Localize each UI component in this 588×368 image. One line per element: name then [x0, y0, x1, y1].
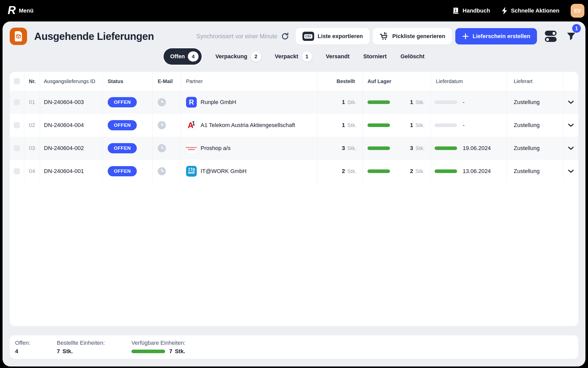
delivery-date: - [463, 99, 464, 106]
summary-available-label: Verfügbare Einheiten: [131, 340, 186, 346]
row-checkbox[interactable] [14, 168, 20, 174]
stock-progress-bar [368, 146, 390, 150]
menu-label: Menü [19, 7, 33, 14]
topbar: R Menü Handbuch Schnelle Aktionen EV [0, 0, 588, 21]
table-row[interactable]: 03 DN-240604-002 OFFEN PROSHOP Proshop a… [10, 137, 578, 160]
stock-qty: 1 [410, 122, 413, 129]
delivery-type: Zustellung [507, 160, 564, 183]
col-header-ordered: Bestellt [317, 72, 363, 91]
status-badge: OFFEN [108, 120, 137, 130]
date-progress-bar [435, 100, 457, 104]
deliveries-table: Nr. Ausgangslieferungs ID Status E-Mail … [10, 72, 578, 326]
tab-verpackung[interactable]: Verpackung 2 [215, 51, 261, 62]
tab-storniert[interactable]: Storniert [363, 53, 387, 60]
unit-label: Stk. [415, 99, 425, 105]
summary-ordered-units: Bestellte Einheiten: 7Stk. [57, 340, 105, 355]
col-header-nr: Nr. [24, 72, 40, 91]
partner-name: A1 Telekom Austria Aktiengesellschaft [201, 122, 295, 129]
outgoing-delivery-icon [10, 28, 27, 45]
row-number: 02 [24, 114, 40, 137]
tab-verpackt[interactable]: Verpackt 1 [275, 51, 312, 62]
col-header-id: Ausgangslieferungs ID [40, 72, 102, 91]
unit-label: Stk. [347, 99, 357, 105]
table-header-row: Nr. Ausgangslieferungs ID Status E-Mail … [10, 72, 578, 91]
chevron-down-icon[interactable] [568, 169, 574, 173]
sliders-icon [545, 30, 557, 42]
summary-footer: Offen: 4 Bestellte Einheiten: 7Stk. Verf… [10, 335, 578, 359]
filter-button[interactable]: 1 [565, 28, 578, 44]
unit-label: Stk. [175, 348, 185, 355]
ordered-qty: 3 [342, 145, 345, 152]
generate-picklist-button[interactable]: Pickliste generieren [373, 28, 452, 44]
delivery-id: DN-240604-001 [40, 160, 102, 183]
status-badge: OFFEN [108, 166, 137, 176]
table-row[interactable]: 02 DN-240604-004 OFFEN A1 A1 Telekom Aus… [10, 114, 578, 137]
quick-actions-button[interactable]: Schnelle Aktionen [501, 7, 559, 15]
select-all-checkbox[interactable] [14, 78, 20, 84]
tab-label: Storniert [363, 53, 387, 60]
tab-versandt[interactable]: Versandt [326, 53, 350, 60]
tab-geloescht[interactable]: Gelöscht [400, 53, 424, 60]
stock-progress-bar [368, 169, 390, 173]
table-row[interactable]: 04 DN-240604-001 OFFEN IT@WORK IT@WORK G… [10, 160, 578, 183]
summary-available-value: 7 [169, 348, 172, 355]
tab-offen[interactable]: Offen 4 [164, 48, 202, 65]
delivery-type: Zustellung [507, 91, 564, 114]
refresh-icon[interactable] [281, 32, 289, 40]
tab-label: Verpackt [275, 53, 298, 60]
email-pending-clock-icon [158, 98, 166, 106]
col-header-stock: Auf Lager [363, 72, 431, 91]
row-number: 04 [24, 160, 40, 183]
summary-open-label: Offen: [15, 340, 30, 346]
stock-qty: 2 [410, 168, 413, 175]
quick-actions-label: Schnelle Aktionen [511, 7, 559, 14]
status-tabs: Offen 4 Verpackung 2 Verpackt 1 Versandt… [3, 48, 585, 65]
export-list-button[interactable]: CSV Liste exportieren [296, 28, 370, 44]
user-avatar[interactable]: EV [571, 4, 584, 18]
email-pending-clock-icon [158, 121, 166, 129]
summary-ordered-value: 7 [57, 348, 60, 355]
runple-logo-icon: R [8, 5, 16, 16]
partner-logo-proshop: PROSHOP [186, 143, 197, 154]
status-badge: OFFEN [108, 143, 137, 153]
row-checkbox[interactable] [14, 122, 20, 128]
partner-name: IT@WORK GmbH [201, 168, 247, 175]
ordered-qty: 1 [342, 99, 345, 106]
handbook-button[interactable]: Handbuch [452, 7, 490, 15]
col-header-email: E-Mail [153, 72, 181, 91]
delivery-date: - [463, 122, 464, 129]
main-menu-button[interactable]: R Menü [8, 5, 33, 16]
create-delivery-note-label: Lieferschein erstellen [473, 33, 530, 40]
partner-name: Proshop a/s [201, 145, 230, 152]
plus-icon [462, 33, 469, 40]
col-header-type: Lieferart [507, 72, 564, 91]
date-progress-bar [435, 169, 457, 173]
summary-available-units: Verfügbare Einheiten: 7Stk. [131, 340, 186, 355]
partner-name: Runple GmbH [201, 99, 236, 106]
chevron-down-icon[interactable] [568, 100, 574, 104]
delivery-id: DN-240604-002 [40, 137, 102, 160]
row-checkbox[interactable] [14, 99, 20, 105]
lightning-icon [501, 7, 508, 15]
partner-logo-runple: R [186, 97, 197, 108]
stock-progress-bar [368, 100, 390, 104]
create-delivery-note-button[interactable]: Lieferschein erstellen [455, 28, 537, 44]
filter-count-badge: 1 [572, 24, 581, 33]
chevron-down-icon[interactable] [568, 123, 574, 127]
page-title: Ausgehende Lieferungen [34, 31, 154, 42]
stock-qty: 3 [410, 145, 413, 152]
table-row[interactable]: 01 DN-240604-003 OFFEN R Runple GmbH 1St… [10, 91, 578, 114]
summary-open-value: 4 [15, 348, 18, 355]
tab-label: Gelöscht [400, 53, 424, 60]
date-progress-bar [435, 146, 457, 150]
tab-count-badge: 4 [188, 51, 199, 62]
row-number: 03 [24, 137, 40, 160]
row-checkbox[interactable] [14, 145, 20, 151]
summary-open: Offen: 4 [15, 340, 30, 355]
view-settings-button[interactable] [544, 28, 557, 44]
export-list-label: Liste exportieren [318, 33, 363, 40]
chevron-down-icon[interactable] [568, 146, 574, 150]
unit-label: Stk. [63, 348, 73, 355]
delivery-type: Zustellung [507, 137, 564, 160]
book-info-icon [452, 7, 460, 15]
